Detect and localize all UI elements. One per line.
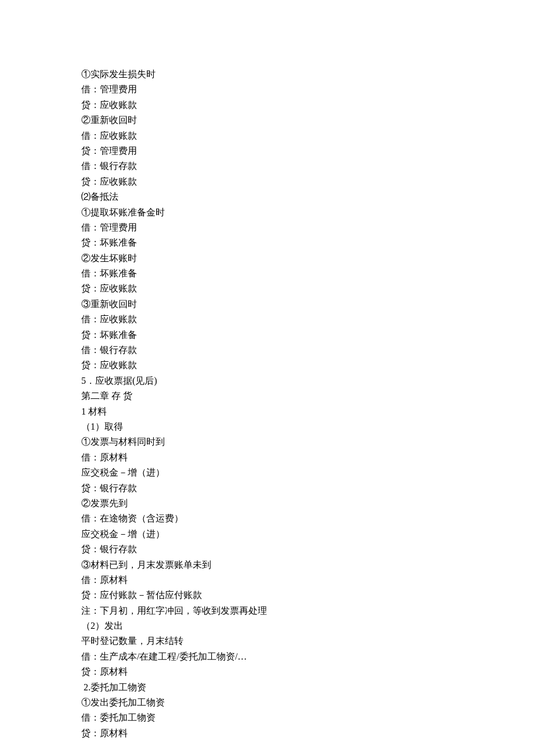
text-line: 贷：应收账款 [81,358,534,373]
text-line: 2.委托加工物资 [81,680,534,695]
text-line: 贷：坏账准备 [81,327,534,343]
text-line: ①实际发生损失时 [81,67,534,82]
text-line: 借：生产成本/在建工程/委托加工物资/… [81,649,534,664]
text-line: （2）发出 [81,618,534,633]
text-line: 1 材料 [81,404,534,419]
text-line: 借：应收账款 [81,128,534,143]
text-line: 借：银行存款 [81,159,534,174]
text-line: 贷：银行存款 [81,542,534,557]
text-line: 贷：银行存款 [81,481,534,496]
text-line: （1）取得 [81,419,534,434]
text-line: 贷：应收账款 [81,281,534,296]
text-line: 应交税金－增（进） [81,465,534,480]
text-line: ②发票先到 [81,496,534,511]
text-line: ②发生坏账时 [81,251,534,266]
text-line: 贷：管理费用 [81,143,534,159]
text-line: 平时登记数量，月末结转 [81,633,534,649]
text-line: 借：银行存款 [81,343,534,358]
text-line: 借：原材料 [81,450,534,465]
text-line: ③材料已到，月末发票账单未到 [81,557,534,573]
text-line: 应交税金－增（进） [81,527,534,542]
text-line: ②重新收回时 [81,113,534,128]
text-line: 贷：应付账款－暂估应付账款 [81,588,534,603]
text-line: 贷：坏账准备 [81,235,534,250]
text-line: 贷：原材料 [81,664,534,679]
document-body: ①实际发生损失时借：管理费用贷：应收账款②重新收回时借：应收账款贷：管理费用借：… [81,67,534,741]
text-line: 借：原材料 [81,573,534,588]
text-line: ①发出委托加工物资 [81,695,534,710]
text-line: 借：委托加工物资 [81,710,534,725]
text-line: ③重新收回时 [81,297,534,312]
text-line: 注：下月初，用红字冲回，等收到发票再处理 [81,603,534,618]
text-line: ①发票与材料同时到 [81,434,534,449]
text-line: 第二章 存 货 [81,388,534,404]
text-line: 借：坏账准备 [81,266,534,281]
text-line: 贷：应收账款 [81,98,534,113]
text-line: 借：应收账款 [81,312,534,327]
text-line: 借：管理费用 [81,82,534,97]
text-line: 5．应收票据(见后) [81,373,534,388]
text-line: 借：在途物资（含运费） [81,511,534,526]
text-line: 借：管理费用 [81,220,534,235]
text-line: 贷：应收账款 [81,174,534,189]
text-line: ①提取坏账准备金时 [81,205,534,220]
text-line: ⑵备抵法 [81,189,534,204]
text-line: 贷：原材料 [81,726,534,741]
